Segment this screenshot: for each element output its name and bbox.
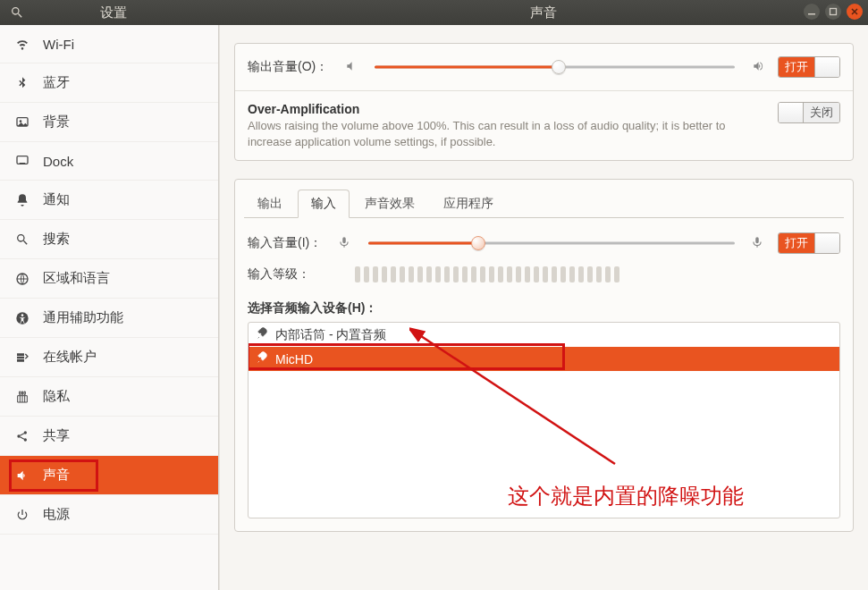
overamp-toggle[interactable]: 关闭	[778, 102, 840, 123]
minimize-button[interactable]	[804, 4, 820, 20]
sidebar-item-privacy[interactable]: 隐私	[0, 377, 218, 417]
content: 输出音量(O)： 打开 Over-Amplification Allows ra…	[219, 25, 868, 590]
page-title: 声音	[530, 4, 557, 21]
tab-input[interactable]: 输入	[298, 190, 350, 218]
svg-point-8	[21, 314, 24, 316]
speaker-low-icon	[344, 60, 358, 75]
device-section-label: 选择音频输入设备(H)：	[248, 300, 840, 316]
toggle-knob	[814, 233, 839, 253]
svg-rect-5	[20, 163, 26, 164]
wifi-icon	[14, 36, 30, 52]
tab-apps[interactable]: 应用程序	[430, 190, 507, 218]
sidebar-item-label: 蓝牙	[43, 74, 70, 91]
output-volume-row: 输出音量(O)： 打开	[235, 44, 853, 91]
sidebar-item-label: 通知	[43, 191, 70, 208]
sidebar-item-accounts[interactable]: 在线帐户	[0, 338, 218, 377]
power-icon	[14, 507, 30, 523]
sidebar-item-search[interactable]: 搜索	[0, 220, 218, 259]
bluetooth-icon	[14, 75, 30, 91]
input-level-label: 输入等级：	[248, 266, 310, 282]
device-item-internal-mic[interactable]: 内部话筒 - 内置音频	[249, 323, 839, 347]
toggle-label: 打开	[779, 57, 814, 77]
toggle-knob	[814, 57, 839, 77]
input-level-row: 输入等级：	[248, 266, 840, 282]
input-volume-toggle[interactable]: 打开	[778, 232, 840, 254]
privacy-icon	[14, 389, 30, 405]
main: Wi-Fi 蓝牙 背景 Dock 通知 搜索 区域和语言 通用辅助功能	[0, 25, 868, 590]
overamp-title: Over-Amplification	[248, 102, 762, 116]
tabs-row: 输出 输入 声音效果 应用程序	[235, 180, 853, 217]
search-button[interactable]	[0, 0, 34, 25]
titlebar-left: 设置	[0, 0, 219, 25]
mic-icon	[256, 326, 270, 343]
input-volume-slider[interactable]	[368, 235, 735, 251]
titlebar: 设置 声音	[0, 0, 868, 25]
output-volume-slider[interactable]	[375, 59, 735, 75]
share-icon	[14, 428, 30, 444]
input-volume-label: 输入音量(I)：	[248, 235, 322, 251]
a11y-icon	[14, 310, 30, 326]
sidebar-item-wifi[interactable]: Wi-Fi	[0, 25, 218, 63]
output-volume-label: 输出音量(O)：	[248, 59, 328, 75]
toggle-label: 关闭	[804, 103, 839, 122]
sidebar-item-label: 隐私	[43, 388, 70, 405]
sidebar-item-a11y[interactable]: 通用辅助功能	[0, 299, 218, 338]
speaker-high-icon	[751, 60, 765, 75]
tab-effects[interactable]: 声音效果	[351, 190, 428, 218]
sidebar-item-label: 通用辅助功能	[43, 309, 123, 326]
sidebar-item-label: Wi-Fi	[43, 37, 74, 52]
bell-icon	[14, 192, 30, 208]
svg-rect-0	[808, 13, 815, 15]
search-icon	[10, 5, 24, 20]
sidebar-item-label: 共享	[43, 427, 70, 444]
globe-icon	[14, 271, 30, 287]
svg-point-3	[20, 120, 22, 122]
device-item-michd[interactable]: MicHD	[249, 347, 839, 371]
dock-icon	[14, 153, 30, 169]
sidebar-item-bluetooth[interactable]: 蓝牙	[0, 63, 218, 103]
window-controls	[804, 4, 863, 20]
settings-title: 设置	[43, 4, 219, 21]
sidebar[interactable]: Wi-Fi 蓝牙 背景 Dock 通知 搜索 区域和语言 通用辅助功能	[0, 25, 219, 590]
sidebar-item-label: 区域和语言	[43, 270, 110, 287]
sound-icon	[14, 468, 30, 484]
output-volume-toggle[interactable]: 打开	[778, 56, 840, 78]
mic-high-icon	[751, 236, 765, 251]
accounts-icon	[14, 350, 30, 366]
search-icon	[14, 232, 30, 248]
overamp-desc: Allows raising the volume above 100%. Th…	[248, 118, 762, 149]
sidebar-item-share[interactable]: 共享	[0, 417, 218, 456]
output-panel: 输出音量(O)： 打开 Over-Amplification Allows ra…	[234, 43, 854, 161]
tab-output[interactable]: 输出	[244, 190, 296, 218]
toggle-label: 打开	[779, 233, 814, 253]
sidebar-item-label: 在线帐户	[43, 349, 97, 366]
sidebar-item-power[interactable]: 电源	[0, 495, 218, 535]
sidebar-item-label: 声音	[43, 467, 70, 484]
io-tabs-panel: 输出 输入 声音效果 应用程序 输入音量(I)： 打开	[234, 179, 854, 532]
svg-rect-1	[830, 9, 837, 15]
annotation-text: 这个就是内置的降噪功能	[508, 482, 840, 510]
titlebar-right: 声音	[219, 0, 868, 25]
close-button[interactable]	[847, 4, 863, 20]
sidebar-item-label: 背景	[43, 114, 70, 131]
sidebar-item-notifications[interactable]: 通知	[0, 181, 218, 220]
device-item-label: MicHD	[275, 352, 313, 367]
tab-body-input: 输入音量(I)： 打开 输入等级：	[235, 218, 853, 531]
mic-icon	[256, 350, 270, 367]
sidebar-item-label: 电源	[43, 506, 70, 523]
mic-low-icon	[338, 236, 352, 251]
sidebar-item-label: 搜索	[43, 231, 70, 248]
sidebar-item-background[interactable]: 背景	[0, 103, 218, 142]
input-device-list[interactable]: 内部话筒 - 内置音频 MicHD	[248, 322, 840, 518]
toggle-knob	[779, 103, 804, 122]
input-level-meter	[355, 266, 619, 282]
sidebar-item-region[interactable]: 区域和语言	[0, 259, 218, 299]
maximize-button[interactable]	[825, 4, 841, 20]
input-volume-row: 输入音量(I)： 打开	[248, 232, 840, 254]
sidebar-item-sound[interactable]: 声音	[0, 456, 218, 495]
device-item-label: 内部话筒 - 内置音频	[275, 327, 386, 343]
sidebar-item-label: Dock	[43, 154, 73, 169]
sidebar-item-dock[interactable]: Dock	[0, 142, 218, 181]
background-icon	[14, 114, 30, 131]
over-amplification-row: Over-Amplification Allows raising the vo…	[235, 91, 853, 160]
